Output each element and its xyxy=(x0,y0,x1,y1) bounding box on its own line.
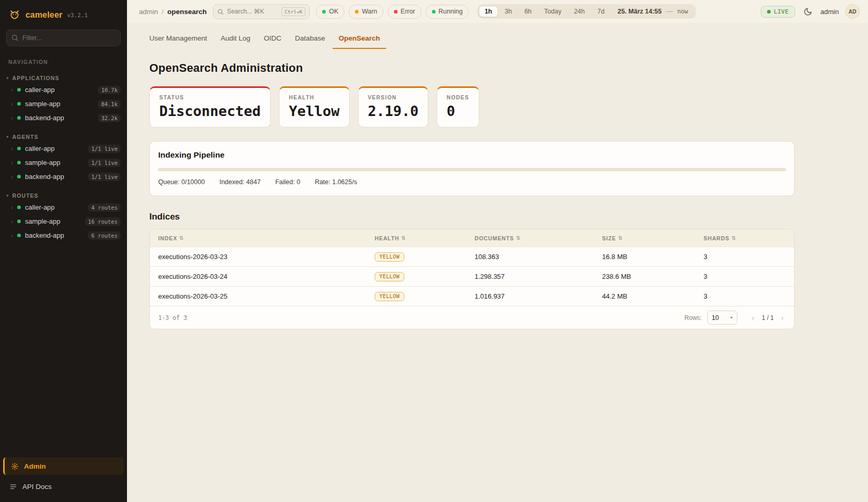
tab-database[interactable]: Database xyxy=(289,30,331,49)
sort-icon: ⇅ xyxy=(180,235,184,241)
search-input[interactable] xyxy=(227,8,278,15)
tab-user-management[interactable]: User Management xyxy=(143,30,213,49)
stat-card-version: VERSION 2.19.0 xyxy=(358,86,429,127)
range-3h[interactable]: 3h xyxy=(499,6,518,17)
username: admin xyxy=(821,8,839,16)
chevron-right-icon: › xyxy=(11,233,13,239)
section-label: APPLICATIONS xyxy=(12,75,60,81)
api-docs-label: API Docs xyxy=(22,483,52,491)
cell-index: executions-2026-03-23 xyxy=(158,253,375,261)
sidebar: cameleer v3.2.1 NAVIGATION ▾ APPLICATION… xyxy=(0,0,127,502)
theme-toggle[interactable] xyxy=(801,5,814,18)
status-dot xyxy=(17,88,21,92)
breadcrumb-parent[interactable]: admin xyxy=(139,8,158,16)
time-range-display[interactable]: 25. März 14:55 — now xyxy=(611,8,695,15)
sidebar-item-api-docs[interactable]: API Docs xyxy=(0,478,127,495)
column-header-index[interactable]: INDEX ⇅ xyxy=(158,235,375,241)
chip-label: Warn xyxy=(362,8,377,15)
sidebar-item-agent-backend[interactable]: › backend-app 1/1 live xyxy=(0,170,127,184)
section-header-agents[interactable]: ▾ AGENTS xyxy=(0,132,127,141)
range-today[interactable]: Today xyxy=(539,6,567,17)
sidebar-item-agent-caller[interactable]: › caller-app 1/1 live xyxy=(0,141,127,156)
column-header-health[interactable]: HEALTH ⇅ xyxy=(375,235,475,241)
breadcrumb-separator: / xyxy=(162,8,164,16)
stat-label: VERSION xyxy=(368,94,419,100)
column-header-size[interactable]: SIZE ⇅ xyxy=(602,235,704,241)
chevron-right-icon: › xyxy=(11,101,13,107)
sidebar-item-app-backend[interactable]: › backend-app 32.2k xyxy=(0,111,127,125)
indexing-pipeline-card: Indexing Pipeline Queue: 0/10000 Indexed… xyxy=(149,141,795,196)
caret-down-icon: ▾ xyxy=(6,193,9,198)
range-7d[interactable]: 7d xyxy=(592,6,610,17)
tab-oidc[interactable]: OIDC xyxy=(258,30,288,49)
global-search[interactable]: Ctrl+K xyxy=(213,4,310,19)
sidebar-item-agent-sample[interactable]: › sample-app 1/1 live xyxy=(0,156,127,170)
cell-shards: 3 xyxy=(704,273,786,280)
section-header-applications[interactable]: ▾ APPLICATIONS xyxy=(0,73,127,83)
sidebar-item-route-backend[interactable]: › backend-app 6 routes xyxy=(0,228,127,242)
stat-cards: STATUS Disconnected HEALTH Yellow VERSIO… xyxy=(149,86,795,127)
range-6h[interactable]: 6h xyxy=(519,6,538,17)
section-routes: ▾ ROUTES › caller-app 4 routes › sample-… xyxy=(0,191,127,242)
tab-audit-log[interactable]: Audit Log xyxy=(214,30,257,49)
range-1h[interactable]: 1h xyxy=(479,6,498,17)
sidebar-item-app-caller[interactable]: › caller-app 10.7k xyxy=(0,83,127,97)
item-label: sample-app xyxy=(25,100,60,108)
search-icon xyxy=(217,8,224,15)
rows-per-page-select[interactable]: 10 ▾ xyxy=(707,311,737,325)
item-badge: 1/1 live xyxy=(88,145,121,153)
range-24h[interactable]: 24h xyxy=(568,6,591,17)
filter-chip-running[interactable]: Running xyxy=(426,5,469,19)
status-dot xyxy=(17,234,21,237)
tab-opensearch[interactable]: OpenSearch xyxy=(333,30,387,49)
cell-size: 44.2 MB xyxy=(602,292,704,300)
stat-label: HEALTH xyxy=(289,94,340,100)
table-footer: 1-3 of 3 Rows: 10 ▾ ‹ 1 / 1 › xyxy=(150,306,794,329)
table-row[interactable]: executions-2026-03-24 YELLOW 1.298.357 2… xyxy=(150,266,794,286)
status-dot xyxy=(17,102,21,106)
live-dot xyxy=(767,10,771,14)
item-label: caller-app xyxy=(25,145,55,152)
avatar[interactable]: AD xyxy=(845,4,860,19)
sidebar-item-route-caller[interactable]: › caller-app 4 routes xyxy=(0,200,127,214)
live-toggle[interactable]: LIVE xyxy=(761,6,795,18)
chip-label: Running xyxy=(439,8,463,15)
sidebar-item-app-sample[interactable]: › sample-app 84.1k xyxy=(0,97,127,111)
section-header-routes[interactable]: ▾ ROUTES xyxy=(0,191,127,200)
section-label: ROUTES xyxy=(12,192,39,199)
sidebar-item-route-sample[interactable]: › sample-app 16 routes xyxy=(0,214,127,228)
status-dot xyxy=(17,220,21,223)
filter-chip-warn[interactable]: Warn xyxy=(349,5,383,19)
time-range-selector: 1h 3h 6h Today 24h 7d 25. März 14:55 — n… xyxy=(477,4,696,19)
sidebar-filter xyxy=(6,30,121,46)
column-header-documents[interactable]: DOCUMENTS ⇅ xyxy=(475,235,602,241)
chip-label: OK xyxy=(329,8,338,15)
stat-value: Yellow xyxy=(289,103,340,119)
filter-input[interactable] xyxy=(6,30,121,46)
item-label: backend-app xyxy=(25,173,64,181)
chevron-right-icon: › xyxy=(11,174,13,180)
breadcrumb-current: opensearch xyxy=(168,8,207,16)
chevron-right-icon: › xyxy=(11,204,13,211)
table-row[interactable]: executions-2026-03-23 YELLOW 108.363 16.… xyxy=(150,247,794,266)
column-label: HEALTH xyxy=(375,235,399,241)
cell-documents: 1.298.357 xyxy=(475,273,602,280)
indices-table: INDEX ⇅ HEALTH ⇅ DOCUMENTS ⇅ SIZE ⇅ xyxy=(149,229,795,329)
pipeline-stat-failed: Failed: 0 xyxy=(275,178,300,186)
column-header-shards[interactable]: SHARDS ⇅ xyxy=(704,235,786,241)
filter-chip-error[interactable]: Error xyxy=(388,5,422,19)
sidebar-footer: Admin API Docs xyxy=(0,457,127,502)
pipeline-title: Indexing Pipeline xyxy=(158,150,786,160)
sidebar-item-admin[interactable]: Admin xyxy=(3,457,124,475)
chip-label: Error xyxy=(401,8,415,15)
filter-chip-ok[interactable]: OK xyxy=(316,5,344,19)
time-range-start: 25. März 14:55 xyxy=(618,8,662,15)
health-badge: YELLOW xyxy=(375,292,404,301)
item-badge: 4 routes xyxy=(88,203,121,212)
table-row[interactable]: executions-2026-03-25 YELLOW 1.016.937 4… xyxy=(150,286,794,306)
app-name: cameleer xyxy=(25,10,62,20)
app-logo: cameleer v3.2.1 xyxy=(0,0,127,28)
topbar-right: LIVE admin AD xyxy=(761,4,860,19)
prev-page-button[interactable]: ‹ xyxy=(750,312,757,323)
next-page-button[interactable]: › xyxy=(779,312,786,323)
